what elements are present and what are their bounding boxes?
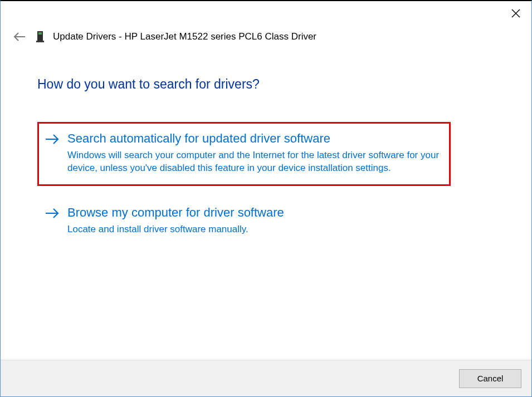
- option-description: Windows will search your computer and th…: [67, 149, 441, 175]
- option-description: Locate and install driver software manua…: [67, 223, 441, 236]
- back-button[interactable]: [12, 29, 27, 45]
- option-search-automatically[interactable]: Search automatically for updated driver …: [37, 122, 451, 186]
- cancel-button[interactable]: Cancel: [459, 369, 521, 388]
- option-title: Browse my computer for driver software: [67, 205, 441, 220]
- option-body: Search automatically for updated driver …: [67, 131, 441, 175]
- header-row: Update Drivers - HP LaserJet M1522 serie…: [1, 27, 531, 45]
- arrow-right-icon: [45, 134, 60, 175]
- close-button[interactable]: [508, 6, 524, 21]
- update-drivers-dialog: Update Drivers - HP LaserJet M1522 serie…: [0, 0, 532, 397]
- option-title: Search automatically for updated driver …: [67, 131, 441, 146]
- device-icon: [35, 31, 45, 43]
- close-icon: [511, 8, 521, 18]
- cancel-button-label: Cancel: [477, 374, 504, 383]
- content-area: How do you want to search for drivers? S…: [1, 45, 531, 360]
- option-body: Browse my computer for driver software L…: [67, 205, 441, 236]
- option-browse-computer[interactable]: Browse my computer for driver software L…: [37, 196, 451, 247]
- svg-rect-5: [36, 41, 44, 42]
- page-heading: How do you want to search for drivers?: [37, 77, 498, 92]
- dialog-footer: Cancel: [1, 360, 531, 396]
- arrow-right-icon: [45, 208, 60, 236]
- window-title: Update Drivers - HP LaserJet M1522 serie…: [53, 31, 316, 42]
- svg-rect-4: [38, 32, 42, 35]
- title-bar: [1, 1, 531, 27]
- back-arrow-icon: [13, 31, 26, 42]
